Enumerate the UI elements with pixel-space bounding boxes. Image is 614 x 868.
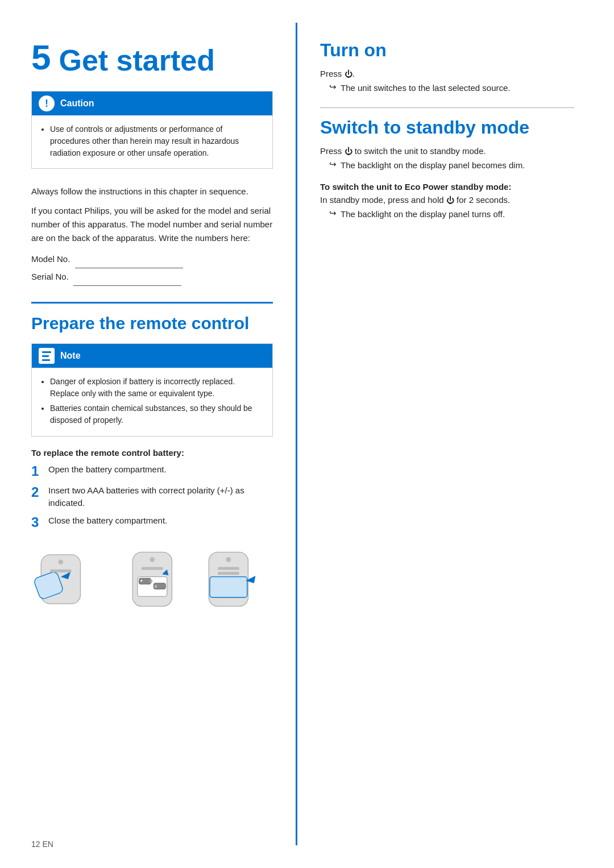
turn-on-press: Press ⏻. — [320, 69, 574, 78]
turn-on-result: ↪ The unit switches to the last selected… — [329, 82, 574, 95]
replace-header: To replace the remote control battery: — [31, 448, 273, 458]
section-title: Get started — [59, 45, 215, 75]
svg-rect-15 — [141, 567, 163, 570]
caution-item: Use of controls or adjustments or perfor… — [50, 123, 264, 159]
arrow-icon-2: ↪ — [329, 159, 337, 169]
note-body: Danger of explosion if battery is incorr… — [32, 373, 272, 426]
standby-title: Switch to standby mode — [320, 117, 574, 138]
model-label: Model No. — [31, 254, 70, 264]
section-number: 5 — [31, 40, 51, 75]
caution-header: ! Caution — [32, 92, 272, 115]
note-label: Note — [60, 351, 81, 361]
svg-point-19 — [226, 557, 231, 562]
standby-result-text: The backlight on the display panel becom… — [341, 159, 525, 172]
serial-field — [73, 268, 181, 286]
eco-header: To switch the unit to Eco Power standby … — [320, 182, 574, 192]
intro-text-2: If you contact Philips, you will be aske… — [31, 204, 273, 245]
step-1: 1 Open the battery compartment. — [31, 463, 273, 480]
battery-images: + - — [31, 542, 273, 616]
battery-image-1 — [31, 542, 105, 616]
model-field — [75, 251, 183, 268]
caution-label: Caution — [60, 98, 94, 109]
caution-box: ! Caution Use of controls or adjustments… — [31, 91, 273, 169]
standby-result: ↪ The backlight on the display panel bec… — [329, 159, 574, 172]
step-3: 3 Close the battery compartment. — [31, 514, 273, 531]
svg-rect-8 — [150, 579, 152, 582]
right-divider-1 — [320, 107, 574, 108]
caution-body: Use of controls or adjustments or perfor… — [32, 121, 272, 159]
model-serial: Model No. Serial No. — [31, 251, 273, 286]
step-2: 2 Insert two AAA batteries with correct … — [31, 484, 273, 510]
caution-icon: ! — [39, 95, 55, 111]
intro-text-1: Always follow the instructions in this c… — [31, 185, 273, 198]
standby-press: Press ⏻ to switch the unit to standby mo… — [320, 146, 574, 156]
steps: 1 Open the battery compartment. 2 Insert… — [31, 463, 273, 531]
step-text-2: Insert two AAA batteries with correct po… — [48, 484, 273, 510]
note-header: Note — [32, 344, 272, 368]
battery-image-2: + - — [115, 542, 189, 616]
step-num-1: 1 — [31, 463, 48, 480]
note-item-2: Batteries contain chemical substances, s… — [50, 402, 264, 426]
step-num-2: 2 — [31, 484, 48, 501]
eco-text: In standby mode, press and hold ⏻ for 2 … — [320, 195, 574, 205]
svg-rect-21 — [218, 572, 239, 575]
eco-result-text: The backlight on the display panel turns… — [341, 208, 505, 221]
svg-text:-: - — [155, 583, 156, 589]
turn-on-result-text: The unit switches to the last selected s… — [341, 82, 510, 95]
battery-image-3 — [199, 542, 273, 616]
step-text-1: Open the battery compartment. — [48, 463, 167, 476]
page-footer: 12 EN — [31, 840, 53, 849]
right-col: Turn on Press ⏻. ↪ The unit switches to … — [296, 23, 597, 845]
note-icon — [39, 348, 55, 364]
turn-on-title: Turn on — [320, 40, 574, 61]
step-text-3: Close the battery compartment. — [48, 514, 167, 528]
eco-result: ↪ The backlight on the display panel tur… — [329, 208, 574, 221]
prepare-title: Prepare the remote control — [31, 314, 273, 333]
svg-rect-17 — [210, 576, 247, 597]
svg-rect-20 — [218, 567, 239, 570]
serial-label: Serial No. — [31, 272, 69, 281]
section-divider — [31, 302, 273, 304]
svg-text:+: + — [140, 578, 143, 584]
note-box: Note Danger of explosion if battery is i… — [31, 343, 273, 437]
step-num-3: 3 — [31, 514, 48, 531]
svg-point-3 — [59, 559, 64, 564]
svg-point-14 — [150, 557, 155, 562]
svg-rect-4 — [50, 569, 72, 572]
note-item-1: Danger of explosion if battery is incorr… — [50, 376, 264, 400]
section-header: 5 Get started — [31, 40, 273, 75]
arrow-icon-1: ↪ — [329, 82, 337, 92]
arrow-icon-3: ↪ — [329, 208, 337, 218]
